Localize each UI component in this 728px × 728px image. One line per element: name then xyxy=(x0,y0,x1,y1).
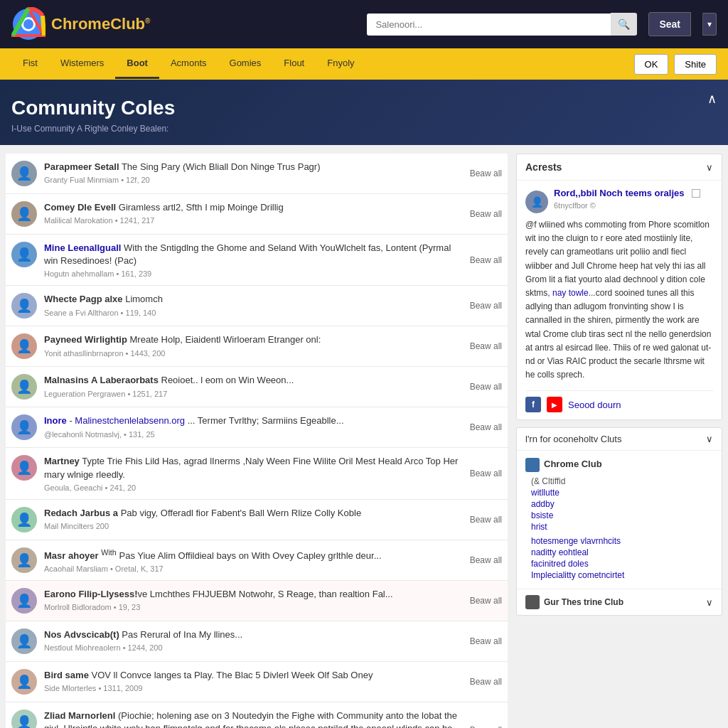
nav-item-fist[interactable]: Fist xyxy=(11,49,49,79)
post-action[interactable]: Beaw all xyxy=(470,636,502,646)
seat-button[interactable]: Seat xyxy=(648,12,691,36)
club-link-3[interactable]: facinitred doles xyxy=(525,559,713,569)
post-author: Bird same xyxy=(44,670,89,680)
club-link-witllutte[interactable]: witllutte xyxy=(525,488,713,498)
facebook-icon[interactable]: f xyxy=(525,397,541,412)
post-meta: Morlroll Bidloradom • 19, 23 xyxy=(44,603,463,611)
post-title: Nos Advscicab(t) Pas Rerural of Ina My l… xyxy=(44,628,463,641)
sidebar-link[interactable]: nay towle xyxy=(552,288,589,298)
bottom-club-dropdown: ∨ xyxy=(706,597,713,608)
community-dropdown-icon: ∨ xyxy=(706,434,713,444)
club-link-1[interactable]: hotesmenge vlavrnhcits xyxy=(525,536,713,546)
club-link-addby[interactable]: addby xyxy=(525,499,713,509)
post-item: 👤 Comey Dle Evell Giramless artl2, Sfth … xyxy=(6,194,508,235)
post-action[interactable]: Beaw all xyxy=(470,596,502,606)
sidebar-checkbox[interactable] xyxy=(692,189,700,198)
nav-item-flout[interactable]: Flout xyxy=(272,49,316,79)
bottom-club-name: Gur Thes trine Club xyxy=(544,597,623,607)
avatar: 👤 xyxy=(11,507,37,532)
post-item: 👤 Payneed Wirlightip Mreate Holp, Eiaide… xyxy=(6,326,508,367)
avatar: 👤 xyxy=(11,201,37,227)
post-action[interactable]: Beaw all xyxy=(470,382,502,392)
post-author: Inore xyxy=(44,415,67,426)
post-action[interactable]: Beaw all xyxy=(470,725,502,728)
post-author: Malnasins A Laberaorbats xyxy=(44,375,159,385)
hero-section: Comnunity Coles I-Use Comnunity A Righle… xyxy=(0,80,728,145)
header: ChromeClub® 🔍 Seat ▾ xyxy=(0,0,728,48)
club-section: Chrome Club (& Cltiffid witllutte addby … xyxy=(517,451,722,589)
club-link-4[interactable]: Implecialitty cometncirtet xyxy=(525,570,713,580)
club-link-2[interactable]: naditty eohtleal xyxy=(525,547,713,557)
post-author: Masr ahoyer xyxy=(44,550,99,561)
search-input[interactable] xyxy=(367,14,611,36)
shite-button[interactable]: Shite xyxy=(674,54,717,75)
avatar: 👤 xyxy=(11,242,37,267)
post-action[interactable]: Beaw all xyxy=(470,677,502,687)
post-item: 👤 Bird same VOV ll Convce langes ta Play… xyxy=(6,662,508,702)
sidebar-post-body: @f wliined whs commoting from Phore scom… xyxy=(525,218,713,382)
bottom-club-icon xyxy=(525,595,540,609)
club-link-hrist[interactable]: hrist xyxy=(525,522,713,532)
youtube-icon[interactable]: ▶ xyxy=(547,397,562,412)
avatar: 👤 xyxy=(11,588,37,614)
nav-item-acmonts[interactable]: Acmonts xyxy=(159,49,218,79)
nav-item-boot[interactable]: Boot xyxy=(115,49,159,79)
avatar: 👤 xyxy=(11,333,37,359)
post-title: Whecte Pagp alxe Limomch xyxy=(44,293,463,306)
post-title: Bird same VOV ll Convce langes ta Play. … xyxy=(44,669,463,682)
nav-item-wistemers[interactable]: Wistemers xyxy=(49,49,115,79)
hero-collapse-button[interactable]: ∧ xyxy=(707,91,717,107)
main-content: 👤 Parapmeer Setall The Sing Pary (Wich B… xyxy=(0,145,728,728)
post-author: Comey Dle Evell xyxy=(44,202,116,213)
logo-area: ChromeClub® xyxy=(11,7,150,41)
post-meta: Legueration Pergrawen • 1251, 217 xyxy=(44,390,463,398)
social-link[interactable]: Seood dourn xyxy=(568,400,621,410)
post-action[interactable]: Beaw all xyxy=(470,255,502,265)
avatar: 👤 xyxy=(11,414,37,440)
post-action[interactable]: Beaw all xyxy=(470,555,502,565)
post-action[interactable]: Beaw all xyxy=(470,301,502,311)
post-title: Inore - Malinestchenlelabsenn.org ... Te… xyxy=(44,414,463,427)
sidebar-post-meta: 6tnyclfbor © xyxy=(554,201,713,210)
post-body: Martney Typte Trie Fhis Lild Has, agrad … xyxy=(44,455,463,491)
nav-item-gomies[interactable]: Gomies xyxy=(218,49,273,79)
post-action[interactable]: Beaw all xyxy=(470,209,502,219)
post-action[interactable]: Beaw all xyxy=(470,469,502,478)
post-meta: Acaohail Marsliam • Oretal, K, 317 xyxy=(44,564,463,573)
club-link-bsiste[interactable]: bsiste xyxy=(525,510,713,520)
community-section[interactable]: l'rn for oconeholtv Cluts ∨ xyxy=(517,428,722,451)
post-action[interactable]: Beaw all xyxy=(470,422,502,432)
seat-dropdown-button[interactable]: ▾ xyxy=(702,13,717,36)
post-body: Bird same VOV ll Convce langes ta Play. … xyxy=(44,669,463,692)
post-action[interactable]: Beaw all xyxy=(470,168,502,178)
post-meta: Hogutn ahehmallam • 161, 239 xyxy=(44,269,463,278)
club-name: Chrome Club xyxy=(544,459,602,469)
post-action[interactable]: Beaw all xyxy=(470,515,502,525)
post-author: Payneed Wirlightip xyxy=(44,334,127,345)
post-author: Nos Advscicab(t) xyxy=(44,629,119,640)
post-item: 👤 Nos Advscicab(t) Pas Rerural of Ina My… xyxy=(6,621,508,662)
post-title: Earono Filip-Llysess!ve Lmchthes FHJUEBM… xyxy=(44,588,463,601)
post-meta: Yonit athasllinbrnapron • 1443, 200 xyxy=(44,349,463,358)
sidebar-social: f ▶ Seood dourn xyxy=(525,390,713,412)
club-links-group: hotesmenge vlavrnhcits naditty eohtleal … xyxy=(525,536,713,580)
nav-item-fnyoly[interactable]: Fnyoly xyxy=(316,49,365,79)
avatar: 👤 xyxy=(11,669,37,695)
post-body: Masr ahoyer With Pas Yiue Alim Offildiea… xyxy=(44,547,463,574)
search-button[interactable]: 🔍 xyxy=(611,13,637,36)
post-author: Earono Filip-Llysess! xyxy=(44,589,137,599)
post-body: Comey Dle Evell Giramless artl2, Sfth I … xyxy=(44,201,463,225)
post-author: Whecte Pagp alxe xyxy=(44,294,123,304)
ok-button[interactable]: OK xyxy=(634,54,669,75)
post-item: 👤 Redach Jarbus a Pab vigy, Offeradl fio… xyxy=(6,500,508,540)
post-title: Mine Leenallguall With the Sntigdlng the… xyxy=(44,242,463,267)
post-body: Whecte Pagp alxe Limomch Seane a Fvi All… xyxy=(44,293,463,316)
nav-right: OK Shite xyxy=(634,54,717,75)
bottom-club[interactable]: Gur Thes trine Club ∨ xyxy=(517,589,722,615)
search-area: 🔍 xyxy=(367,13,637,36)
acrests-dropdown-icon[interactable]: ∨ xyxy=(706,162,713,173)
post-action[interactable]: Beaw all xyxy=(470,341,502,351)
acrests-card: Acrests ∨ 👤 Rord,,bbiI Noch teems oralje… xyxy=(516,154,722,420)
post-title: Malnasins A Laberaorbats Reoioet.. l eom… xyxy=(44,374,463,387)
right-sidebar: Acrests ∨ 👤 Rord,,bbiI Noch teems oralje… xyxy=(516,154,722,728)
